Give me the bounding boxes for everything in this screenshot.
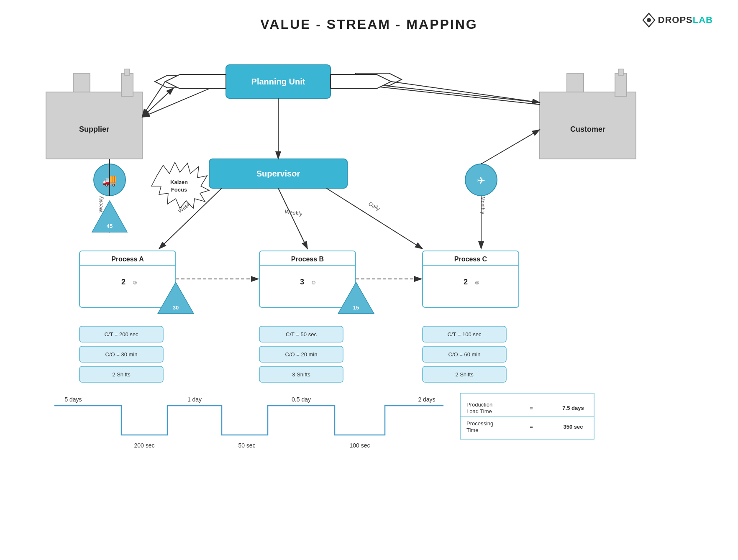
- timeline-100sec: 100 sec: [349, 442, 370, 449]
- svg-line-21: [326, 188, 423, 249]
- svg-text:Production: Production: [466, 401, 492, 408]
- svg-rect-8: [125, 69, 130, 75]
- svg-text:=: =: [530, 405, 533, 411]
- process-a-emoji: ☺: [132, 279, 138, 286]
- svg-text:✈: ✈: [477, 175, 485, 186]
- process-a-box: Process A 2 ☺: [79, 251, 176, 307]
- svg-line-82: [391, 82, 540, 102]
- svg-text:350 sec: 350 sec: [564, 424, 583, 430]
- planning-unit-label: Planning Unit: [251, 77, 305, 86]
- process-b-box: Process B 3 ☺: [259, 251, 356, 307]
- supervisor-box: Supervisor: [209, 159, 347, 188]
- svg-text:7.5 days: 7.5 days: [562, 405, 584, 411]
- supplier-label: Supplier: [79, 125, 109, 133]
- process-b-count: 3: [300, 278, 304, 286]
- timeline-line: [54, 406, 443, 435]
- process-c-box: Process C 2 ☺: [423, 251, 519, 307]
- svg-line-20: [278, 188, 308, 249]
- kaizen-text2: Focus: [171, 187, 187, 193]
- timeline-2days: 2 days: [418, 396, 435, 403]
- process-a-info: C/T = 200 sec C/O = 30 min 2 Shifts: [79, 326, 163, 382]
- svg-rect-12: [618, 69, 623, 75]
- process-c-info: C/T = 100 sec C/O = 60 min 2 Shifts: [423, 326, 506, 382]
- kaizen-text1: Kaizen: [170, 179, 188, 185]
- diagram-svg: Supplier Customer Planning Unit Supervis…: [0, 0, 738, 560]
- weekly-label-truck: Weekly: [98, 196, 104, 212]
- push-arrow-to-supplier: [142, 74, 226, 116]
- process-c-count: 2: [464, 278, 468, 286]
- svg-text:2 Shifts: 2 Shifts: [112, 371, 131, 378]
- svg-text:=: =: [530, 424, 533, 430]
- svg-text:C/T = 100 sec: C/T = 100 sec: [447, 331, 482, 338]
- customer-factory: Customer: [540, 69, 636, 159]
- svg-text:C/T = 200 sec: C/T = 200 sec: [104, 331, 138, 338]
- summary-box: Production Load Time = 7.5 days Processi…: [460, 393, 594, 439]
- push-arrow-to-customer: [331, 74, 540, 102]
- timeline-5days: 5 days: [64, 396, 82, 403]
- svg-text:C/O = 60 min: C/O = 60 min: [448, 351, 481, 358]
- svg-text:15: 15: [353, 304, 359, 311]
- svg-rect-7: [121, 73, 133, 96]
- planning-unit-box: Planning Unit: [226, 65, 331, 98]
- svg-text:2 Shifts: 2 Shifts: [455, 371, 474, 378]
- daily-label: Daily: [368, 200, 382, 212]
- process-c-label: Process C: [454, 256, 487, 263]
- svg-rect-11: [615, 73, 627, 96]
- svg-text:Load Time: Load Time: [466, 408, 492, 414]
- process-b-label: Process B: [291, 256, 324, 263]
- svg-text:C/O = 20 min: C/O = 20 min: [285, 351, 318, 358]
- transport-plane: ✈: [465, 164, 497, 196]
- timeline-05day: 0.5 day: [292, 396, 311, 403]
- supervisor-label: Supervisor: [256, 169, 300, 178]
- customer-label: Customer: [570, 125, 605, 133]
- svg-line-32: [481, 130, 540, 164]
- weekly-label-mid: Weekly: [284, 208, 303, 217]
- svg-marker-35: [151, 162, 209, 208]
- timeline-200sec: 200 sec: [134, 442, 154, 449]
- svg-text:C/O = 30 min: C/O = 30 min: [105, 351, 138, 358]
- svg-text:Processing: Processing: [466, 420, 493, 427]
- svg-text:45: 45: [107, 223, 113, 229]
- svg-text:Time: Time: [466, 427, 478, 433]
- process-b-emoji: ☺: [310, 279, 316, 286]
- process-a-label: Process A: [111, 256, 144, 263]
- timeline-1day: 1 day: [187, 396, 202, 403]
- timeline-50sec: 50 sec: [238, 442, 255, 449]
- svg-text:30: 30: [173, 304, 179, 311]
- kaizen-burst: Kaizen Focus: [151, 162, 209, 208]
- process-c-emoji: ☺: [474, 279, 480, 286]
- inventory-triangle-45: 45: [92, 201, 127, 232]
- process-b-info: C/T = 50 sec C/O = 20 min 3 Shifts: [259, 326, 343, 382]
- supplier-factory: Supplier: [46, 69, 142, 159]
- svg-text:3 Shifts: 3 Shifts: [292, 371, 310, 378]
- svg-text:C/T = 50 sec: C/T = 50 sec: [286, 331, 317, 338]
- process-a-count: 2: [121, 278, 126, 286]
